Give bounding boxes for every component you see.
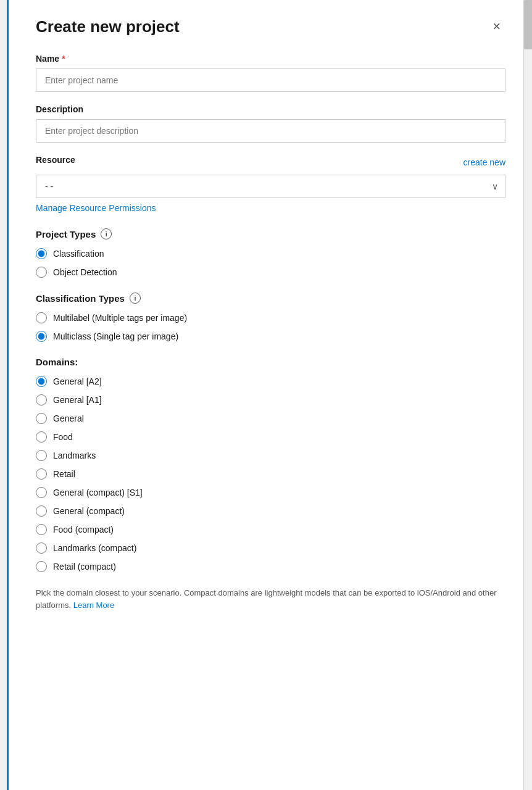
classification-type-multiclass[interactable]: Multiclass (Single tag per image): [36, 331, 505, 342]
general-a2-radio[interactable]: [36, 376, 47, 387]
name-label: Name*: [36, 54, 505, 64]
name-input[interactable]: [36, 69, 505, 92]
classification-types-radio-group: Multilabel (Multiple tags per image) Mul…: [36, 312, 505, 342]
classification-type-multilabel[interactable]: Multilabel (Multiple tags per image): [36, 312, 505, 323]
resource-label: Resource: [36, 155, 75, 165]
dialog-title: Create new project: [36, 17, 180, 36]
project-types-radio-group: Classification Object Detection: [36, 248, 505, 278]
domain-food-compact[interactable]: Food (compact): [36, 524, 505, 535]
domain-general-a2[interactable]: General [A2]: [36, 376, 505, 387]
required-indicator: *: [62, 54, 65, 64]
object-detection-radio[interactable]: [36, 267, 47, 278]
classification-types-section: Classification Types i Multilabel (Multi…: [36, 293, 505, 342]
multiclass-radio[interactable]: [36, 331, 47, 342]
dialog-header: Create new project ×: [36, 17, 505, 36]
create-new-link[interactable]: create new: [463, 157, 505, 167]
resource-row: Resource create new: [36, 155, 505, 170]
general-radio[interactable]: [36, 413, 47, 424]
domain-retail-compact[interactable]: Retail (compact): [36, 561, 505, 572]
retail-radio[interactable]: [36, 468, 47, 480]
resource-select[interactable]: - -: [36, 175, 505, 198]
description-label: Description: [36, 104, 505, 114]
domain-landmarks[interactable]: Landmarks: [36, 450, 505, 461]
learn-more-link[interactable]: Learn More: [73, 601, 114, 610]
scrollbar[interactable]: [523, 0, 532, 790]
domain-food[interactable]: Food: [36, 431, 505, 443]
general-a1-radio[interactable]: [36, 394, 47, 405]
close-button[interactable]: ×: [488, 17, 505, 36]
domain-general[interactable]: General: [36, 413, 505, 424]
resource-field-group: Resource create new - - ∨ Manage Resourc…: [36, 155, 505, 214]
project-type-classification[interactable]: Classification: [36, 248, 505, 259]
footer-note: Pick the domain closest to your scenario…: [36, 587, 505, 611]
retail-compact-radio[interactable]: [36, 561, 47, 572]
domains-label: Domains:: [36, 357, 505, 367]
food-radio[interactable]: [36, 431, 47, 443]
classification-radio[interactable]: [36, 248, 47, 259]
manage-resource-permissions-link[interactable]: Manage Resource Permissions: [36, 203, 156, 213]
multilabel-radio[interactable]: [36, 312, 47, 323]
description-input[interactable]: [36, 119, 505, 143]
domain-retail[interactable]: Retail: [36, 468, 505, 480]
classification-types-label: Classification Types i: [36, 293, 505, 304]
project-types-info-icon: i: [101, 228, 112, 239]
scrollbar-thumb[interactable]: [524, 0, 532, 49]
description-field-group: Description: [36, 104, 505, 143]
domain-general-a1[interactable]: General [A1]: [36, 394, 505, 405]
landmarks-radio[interactable]: [36, 450, 47, 461]
general-compact-s1-radio[interactable]: [36, 487, 47, 498]
create-project-dialog: Create new project × Name* Description R…: [7, 0, 525, 790]
domains-section: Domains: General [A2] General [A1] Gener…: [36, 357, 505, 572]
name-field-group: Name*: [36, 54, 505, 92]
landmarks-compact-radio[interactable]: [36, 543, 47, 554]
classification-types-info-icon: i: [130, 293, 141, 304]
domain-landmarks-compact[interactable]: Landmarks (compact): [36, 543, 505, 554]
domain-general-compact[interactable]: General (compact): [36, 505, 505, 517]
domain-general-compact-s1[interactable]: General (compact) [S1]: [36, 487, 505, 498]
project-types-label: Project Types i: [36, 228, 505, 239]
general-compact-radio[interactable]: [36, 505, 47, 517]
resource-select-wrapper: - - ∨: [36, 175, 505, 198]
domains-radio-group: General [A2] General [A1] General Food L…: [36, 376, 505, 572]
project-types-section: Project Types i Classification Object De…: [36, 228, 505, 278]
food-compact-radio[interactable]: [36, 524, 47, 535]
project-type-object-detection[interactable]: Object Detection: [36, 267, 505, 278]
